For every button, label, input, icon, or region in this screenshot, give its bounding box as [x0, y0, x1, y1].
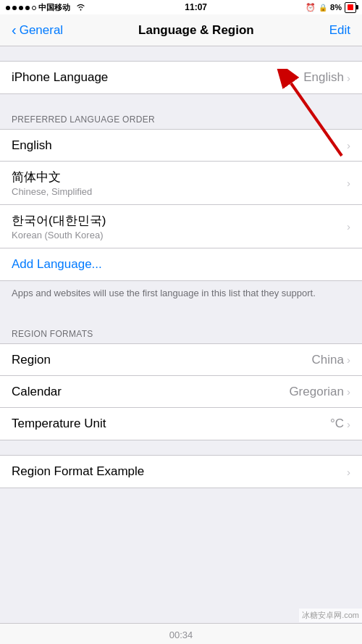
watermark: 冰糖安卓网.com [299, 609, 362, 622]
temperature-value: °C [330, 417, 344, 431]
region-format-example-item[interactable]: Region Format Example › [0, 456, 362, 488]
calendar-label: Calendar [12, 385, 62, 399]
add-language-button[interactable]: Add Language... [12, 257, 102, 272]
language-korean-chevron-icon: › [347, 220, 350, 233]
carrier-label: 中国移动 [38, 2, 70, 13]
region-item[interactable]: Region China › [0, 344, 362, 376]
back-label: General [20, 23, 63, 38]
list-item[interactable]: English › [0, 130, 362, 162]
back-button[interactable]: ‹ General [12, 23, 63, 38]
region-chevron-icon: › [347, 354, 350, 366]
calendar-item[interactable]: Calendar Gregorian › [0, 376, 362, 408]
alarm-icon: ⏰ [306, 3, 316, 12]
battery-icon [345, 2, 356, 13]
status-right: ⏰ 🔒 8% [306, 2, 356, 13]
iphone-language-group: iPhone Language English › [0, 61, 362, 94]
language-chinese-chevron-icon: › [347, 177, 350, 189]
iphone-language-label: iPhone Language [12, 70, 108, 85]
bottom-bar: 00:34 [0, 623, 362, 644]
iphone-language-value: English [303, 70, 344, 85]
region-format-example-label: Region Format Example [12, 464, 144, 479]
region-format-example-section: Region Format Example › [0, 455, 362, 488]
language-korean: 한국어(대한민국) [12, 212, 106, 229]
list-item[interactable]: 한국어(대한민국) Korean (South Korea) › [0, 205, 362, 248]
calendar-chevron-icon: › [347, 385, 350, 398]
temperature-label: Temperature Unit [12, 417, 106, 431]
region-format-example-group: Region Format Example › [0, 455, 362, 488]
region-format-example-chevron-icon: › [347, 466, 350, 478]
preferred-language-footer: Apps and websites will use the first lan… [0, 281, 362, 309]
wifi-icon [75, 3, 86, 12]
iphone-language-chevron-icon: › [347, 72, 350, 84]
status-bar: 中国移动 11:07 ⏰ 🔒 8% [0, 0, 362, 14]
calendar-value: Gregorian [289, 385, 344, 399]
status-left: 中国移动 [6, 2, 86, 13]
language-chinese-subtitle: Chinese, Simplified [12, 186, 92, 197]
language-chinese: 简体中文 [12, 169, 92, 185]
iphone-language-label-container: iPhone Language [12, 63, 108, 92]
language-english: English [12, 138, 52, 153]
back-chevron-icon: ‹ [12, 22, 17, 37]
bottom-time: 00:34 [169, 630, 193, 640]
iphone-language-right: English › [303, 70, 350, 85]
add-language-item[interactable]: Add Language... [0, 248, 362, 280]
list-item[interactable]: 简体中文 Chinese, Simplified › [0, 162, 362, 205]
preferred-language-group: English › 简体中文 Chinese, Simplified › 한국어… [0, 129, 362, 281]
iphone-language-item[interactable]: iPhone Language English › [0, 62, 362, 93]
iphone-language-section: iPhone Language English › [0, 61, 362, 94]
temperature-item[interactable]: Temperature Unit °C › [0, 408, 362, 440]
page-title: Language & Region [138, 23, 254, 38]
region-formats-group: Region China › Calendar Gregorian › Temp… [0, 343, 362, 440]
temperature-chevron-icon: › [347, 418, 350, 430]
edit-button[interactable]: Edit [329, 23, 350, 38]
battery-percent: 8% [330, 3, 342, 12]
language-korean-subtitle: Korean (South Korea) [12, 230, 106, 241]
language-english-chevron-icon: › [347, 139, 350, 151]
status-time: 11:07 [185, 2, 207, 12]
region-label: Region [12, 353, 51, 367]
lock-icon: 🔒 [319, 4, 327, 12]
preferred-language-section: PREFERRED LANGUAGE ORDER English › 简体中文 … [0, 109, 362, 309]
region-value: China [312, 353, 344, 367]
region-formats-section: REGION FORMATS Region China › Calendar G… [0, 323, 362, 440]
region-formats-header: REGION FORMATS [0, 323, 362, 343]
preferred-language-header: PREFERRED LANGUAGE ORDER [0, 109, 362, 129]
nav-bar: ‹ General Language & Region Edit [0, 14, 362, 46]
signal-dots [6, 3, 36, 12]
